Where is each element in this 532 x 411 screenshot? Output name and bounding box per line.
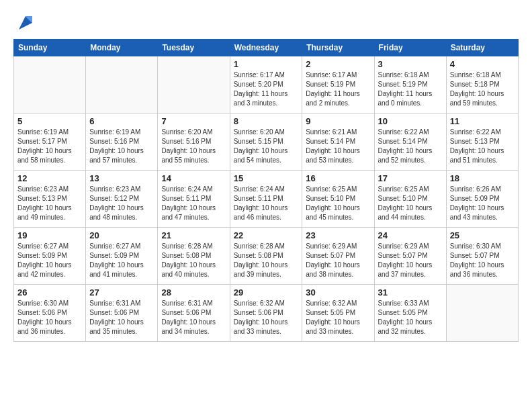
day-info: Sunrise: 6:30 AM Sunset: 5:06 PM Dayligh…	[17, 299, 82, 336]
calendar-cell: 31Sunrise: 6:33 AM Sunset: 5:05 PM Dayli…	[374, 285, 446, 342]
day-number: 26	[17, 287, 82, 298]
day-number: 1	[234, 59, 299, 69]
day-info: Sunrise: 6:21 AM Sunset: 5:14 PM Dayligh…	[306, 128, 370, 165]
calendar-cell: 10Sunrise: 6:22 AM Sunset: 5:14 PM Dayli…	[374, 113, 446, 171]
calendar-cell: 21Sunrise: 6:28 AM Sunset: 5:08 PM Dayli…	[158, 228, 230, 285]
day-number: 2	[306, 59, 370, 69]
calendar-cell: 6Sunrise: 6:19 AM Sunset: 5:16 PM Daylig…	[86, 113, 158, 171]
calendar-cell: 13Sunrise: 6:23 AM Sunset: 5:12 PM Dayli…	[86, 171, 158, 228]
calendar-cell: 8Sunrise: 6:20 AM Sunset: 5:15 PM Daylig…	[230, 113, 302, 171]
day-info: Sunrise: 6:29 AM Sunset: 5:07 PM Dayligh…	[306, 242, 370, 279]
day-number: 7	[161, 116, 226, 126]
calendar-week-row: 19Sunrise: 6:27 AM Sunset: 5:09 PM Dayli…	[14, 228, 519, 285]
day-number: 3	[378, 59, 443, 69]
day-info: Sunrise: 6:32 AM Sunset: 5:05 PM Dayligh…	[306, 299, 370, 336]
day-number: 8	[234, 116, 299, 126]
day-info: Sunrise: 6:33 AM Sunset: 5:05 PM Dayligh…	[378, 299, 443, 336]
calendar-cell	[446, 285, 518, 342]
day-info: Sunrise: 6:29 AM Sunset: 5:07 PM Dayligh…	[378, 242, 443, 279]
day-number: 30	[306, 287, 370, 298]
calendar-cell: 26Sunrise: 6:30 AM Sunset: 5:06 PM Dayli…	[14, 285, 86, 342]
calendar-cell: 23Sunrise: 6:29 AM Sunset: 5:07 PM Dayli…	[302, 228, 374, 285]
calendar-cell	[86, 56, 158, 113]
day-number: 4	[450, 59, 515, 69]
day-info: Sunrise: 6:19 AM Sunset: 5:16 PM Dayligh…	[89, 128, 154, 165]
calendar-cell: 30Sunrise: 6:32 AM Sunset: 5:05 PM Dayli…	[302, 285, 374, 342]
day-info: Sunrise: 6:27 AM Sunset: 5:09 PM Dayligh…	[17, 242, 82, 279]
day-info: Sunrise: 6:23 AM Sunset: 5:13 PM Dayligh…	[17, 185, 82, 222]
day-info: Sunrise: 6:20 AM Sunset: 5:16 PM Dayligh…	[161, 128, 226, 165]
calendar-week-row: 26Sunrise: 6:30 AM Sunset: 5:06 PM Dayli…	[14, 285, 519, 342]
calendar-week-row: 1Sunrise: 6:17 AM Sunset: 5:20 PM Daylig…	[14, 56, 519, 113]
day-number: 6	[89, 116, 154, 126]
calendar-cell: 18Sunrise: 6:26 AM Sunset: 5:09 PM Dayli…	[446, 171, 518, 228]
day-number: 23	[306, 230, 370, 240]
day-number: 25	[450, 230, 515, 240]
calendar-cell: 29Sunrise: 6:32 AM Sunset: 5:06 PM Dayli…	[230, 285, 302, 342]
calendar-cell: 25Sunrise: 6:30 AM Sunset: 5:07 PM Dayli…	[446, 228, 518, 285]
day-number: 5	[17, 116, 82, 126]
calendar-cell: 16Sunrise: 6:25 AM Sunset: 5:10 PM Dayli…	[302, 171, 374, 228]
calendar-cell: 1Sunrise: 6:17 AM Sunset: 5:20 PM Daylig…	[230, 56, 302, 113]
day-number: 22	[234, 230, 299, 240]
calendar-cell: 22Sunrise: 6:28 AM Sunset: 5:08 PM Dayli…	[230, 228, 302, 285]
day-number: 15	[234, 173, 299, 183]
day-info: Sunrise: 6:25 AM Sunset: 5:10 PM Dayligh…	[306, 185, 370, 222]
day-number: 21	[161, 230, 226, 240]
calendar-header-row: SundayMondayTuesdayWednesdayThursdayFrid…	[14, 40, 519, 56]
calendar-cell: 9Sunrise: 6:21 AM Sunset: 5:14 PM Daylig…	[302, 113, 374, 171]
day-info: Sunrise: 6:27 AM Sunset: 5:09 PM Dayligh…	[89, 242, 154, 279]
day-number: 14	[161, 173, 226, 183]
calendar-cell: 11Sunrise: 6:22 AM Sunset: 5:13 PM Dayli…	[446, 113, 518, 171]
calendar-cell: 3Sunrise: 6:18 AM Sunset: 5:19 PM Daylig…	[374, 56, 446, 113]
calendar-cell: 2Sunrise: 6:17 AM Sunset: 5:19 PM Daylig…	[302, 56, 374, 113]
calendar-cell: 4Sunrise: 6:18 AM Sunset: 5:18 PM Daylig…	[446, 56, 518, 113]
day-info: Sunrise: 6:32 AM Sunset: 5:06 PM Dayligh…	[234, 299, 299, 336]
day-number: 13	[89, 173, 154, 183]
calendar-cell: 7Sunrise: 6:20 AM Sunset: 5:16 PM Daylig…	[158, 113, 230, 171]
weekday-header: Tuesday	[158, 40, 230, 56]
day-number: 16	[306, 173, 370, 183]
day-info: Sunrise: 6:28 AM Sunset: 5:08 PM Dayligh…	[161, 242, 226, 279]
day-number: 9	[306, 116, 370, 126]
day-number: 12	[17, 173, 82, 183]
day-info: Sunrise: 6:22 AM Sunset: 5:13 PM Dayligh…	[450, 128, 515, 165]
day-info: Sunrise: 6:28 AM Sunset: 5:08 PM Dayligh…	[234, 242, 299, 279]
day-info: Sunrise: 6:30 AM Sunset: 5:07 PM Dayligh…	[450, 242, 515, 279]
calendar-table: SundayMondayTuesdayWednesdayThursdayFrid…	[13, 39, 519, 342]
day-number: 17	[378, 173, 443, 183]
day-number: 10	[378, 116, 443, 126]
day-number: 19	[17, 230, 82, 240]
weekday-header: Wednesday	[230, 40, 302, 56]
day-info: Sunrise: 6:18 AM Sunset: 5:18 PM Dayligh…	[450, 71, 515, 108]
calendar-cell: 19Sunrise: 6:27 AM Sunset: 5:09 PM Dayli…	[14, 228, 86, 285]
weekday-header: Thursday	[302, 40, 374, 56]
calendar-cell: 17Sunrise: 6:25 AM Sunset: 5:10 PM Dayli…	[374, 171, 446, 228]
day-info: Sunrise: 6:31 AM Sunset: 5:06 PM Dayligh…	[89, 299, 154, 336]
day-number: 18	[450, 173, 515, 183]
logo	[13, 13, 35, 32]
day-info: Sunrise: 6:22 AM Sunset: 5:14 PM Dayligh…	[378, 128, 443, 165]
calendar-week-row: 12Sunrise: 6:23 AM Sunset: 5:13 PM Dayli…	[14, 171, 519, 228]
calendar-cell	[14, 56, 86, 113]
calendar-cell	[158, 56, 230, 113]
calendar-cell: 24Sunrise: 6:29 AM Sunset: 5:07 PM Dayli…	[374, 228, 446, 285]
weekday-header: Saturday	[446, 40, 518, 56]
page-header	[13, 13, 519, 32]
calendar-cell: 27Sunrise: 6:31 AM Sunset: 5:06 PM Dayli…	[86, 285, 158, 342]
day-info: Sunrise: 6:31 AM Sunset: 5:06 PM Dayligh…	[161, 299, 226, 336]
day-number: 27	[89, 287, 154, 298]
day-info: Sunrise: 6:25 AM Sunset: 5:10 PM Dayligh…	[378, 185, 443, 222]
day-info: Sunrise: 6:19 AM Sunset: 5:17 PM Dayligh…	[17, 128, 82, 165]
calendar-cell: 12Sunrise: 6:23 AM Sunset: 5:13 PM Dayli…	[14, 171, 86, 228]
day-info: Sunrise: 6:17 AM Sunset: 5:20 PM Dayligh…	[234, 71, 299, 108]
day-info: Sunrise: 6:26 AM Sunset: 5:09 PM Dayligh…	[450, 185, 515, 222]
weekday-header: Monday	[86, 40, 158, 56]
day-number: 31	[378, 287, 443, 298]
day-info: Sunrise: 6:23 AM Sunset: 5:12 PM Dayligh…	[89, 185, 154, 222]
day-number: 11	[450, 116, 515, 126]
logo-icon	[16, 13, 35, 32]
day-number: 20	[89, 230, 154, 240]
calendar-cell: 14Sunrise: 6:24 AM Sunset: 5:11 PM Dayli…	[158, 171, 230, 228]
calendar-week-row: 5Sunrise: 6:19 AM Sunset: 5:17 PM Daylig…	[14, 113, 519, 171]
